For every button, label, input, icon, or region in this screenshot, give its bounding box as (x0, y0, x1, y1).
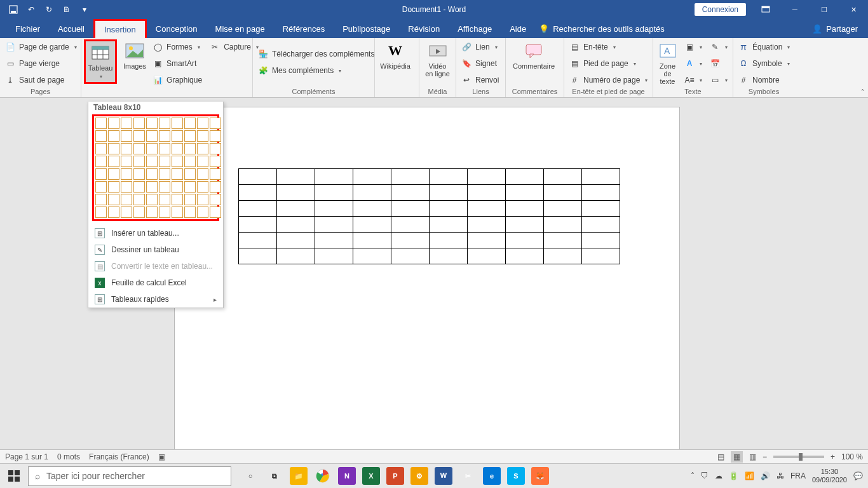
grid-cell[interactable] (197, 143, 208, 154)
volume-icon[interactable]: 🔊 (761, 471, 770, 480)
grid-cell[interactable] (197, 130, 208, 142)
skype-icon[interactable]: S (507, 467, 525, 485)
grid-cell[interactable] (146, 130, 158, 142)
ribbon-display-icon[interactable] (751, 0, 780, 19)
grid-cell[interactable] (146, 194, 158, 205)
grid-cell[interactable] (184, 181, 196, 193)
grid-cell[interactable] (133, 207, 145, 218)
quickparts-button[interactable]: ▣▾ (682, 39, 705, 55)
grid-cell[interactable] (121, 194, 132, 205)
tab-mise-en-page[interactable]: Mise en page (207, 19, 274, 38)
grid-cell[interactable] (172, 130, 183, 142)
close-button[interactable]: ✕ (839, 0, 868, 19)
grid-cell[interactable] (146, 143, 158, 154)
tableaux-rapides-item[interactable]: ⊞Tableaux rapides▸ (88, 291, 223, 308)
grid-cell[interactable] (172, 118, 183, 129)
grid-cell[interactable] (210, 156, 221, 167)
grid-cell[interactable] (133, 194, 145, 205)
grid-cell[interactable] (159, 181, 170, 193)
grid-cell[interactable] (172, 168, 183, 180)
grid-cell[interactable] (159, 207, 170, 218)
grid-cell[interactable] (108, 143, 119, 154)
grid-cell[interactable] (146, 156, 158, 167)
grid-cell[interactable] (159, 156, 170, 167)
mes-complements-button[interactable]: 🧩Mes compléments▾ (255, 63, 377, 78)
grid-cell[interactable] (133, 118, 145, 129)
grid-cell[interactable] (210, 181, 221, 193)
grid-cell[interactable] (133, 156, 145, 167)
grid-cell[interactable] (146, 181, 158, 193)
grid-cell[interactable] (184, 194, 196, 205)
symbole-button[interactable]: ΩSymbole▾ (736, 56, 792, 71)
grid-cell[interactable] (197, 207, 208, 218)
grid-cell[interactable] (95, 207, 107, 218)
word-icon[interactable]: W (435, 467, 452, 485)
wikipedia-button[interactable]: W Wikipédia (377, 39, 413, 71)
grid-cell[interactable] (133, 130, 145, 142)
nombre-button[interactable]: #Nombre (736, 72, 792, 88)
grid-cell[interactable] (172, 207, 183, 218)
minimize-button[interactable]: ─ (780, 0, 810, 19)
signet-button[interactable]: 🔖Signet (459, 56, 501, 71)
settings-icon[interactable]: ⚙ (410, 467, 428, 485)
powerpoint-icon[interactable]: P (386, 467, 404, 485)
grid-cell[interactable] (210, 194, 221, 205)
grid-cell[interactable] (184, 143, 196, 154)
grid-cell[interactable] (210, 143, 221, 154)
redo-icon[interactable]: ↻ (41, 1, 57, 18)
grid-cell[interactable] (184, 207, 196, 218)
grid-cell[interactable] (197, 118, 208, 129)
grid-cell[interactable] (121, 143, 132, 154)
tab-accueil[interactable]: Accueil (49, 19, 93, 38)
notifications-icon[interactable]: 💬 (853, 471, 863, 480)
grid-cell[interactable] (108, 156, 119, 167)
language[interactable]: Français (France) (89, 452, 149, 461)
wifi-icon[interactable]: 📶 (745, 471, 754, 480)
grid-cell[interactable] (95, 143, 107, 154)
grid-cell[interactable] (95, 156, 107, 167)
sync-icon[interactable]: 🖧 (776, 471, 784, 480)
security-icon[interactable]: ⛉ (701, 471, 709, 480)
snip-icon[interactable]: ✂ (459, 467, 477, 485)
zoom-in-button[interactable]: + (831, 452, 835, 461)
tableau-button[interactable]: Tableau▾ (84, 39, 117, 84)
telecharger-complements-button[interactable]: 🏪Télécharger des compléments (255, 46, 377, 62)
grid-cell[interactable] (172, 156, 183, 167)
taskview-icon[interactable]: ⧉ (266, 467, 283, 485)
page[interactable] (174, 107, 680, 449)
firefox-icon[interactable]: 🦊 (531, 467, 549, 485)
pied-page-button[interactable]: ▤Pied de page▾ (567, 56, 650, 71)
tell-me[interactable]: 💡Rechercher des outils adaptés (539, 19, 665, 38)
grid-cell[interactable] (159, 143, 170, 154)
grid-cell[interactable] (133, 181, 145, 193)
battery-icon[interactable]: 🔋 (729, 471, 738, 480)
grid-cell[interactable] (159, 168, 170, 180)
graphique-button[interactable]: 📊Graphique (150, 72, 205, 88)
macro-icon[interactable]: ▣ (158, 452, 165, 461)
grid-cell[interactable] (197, 168, 208, 180)
grid-cell[interactable] (172, 181, 183, 193)
grid-cell[interactable] (210, 168, 221, 180)
grid-cell[interactable] (95, 181, 107, 193)
tab-publipostage[interactable]: Publipostage (334, 19, 399, 38)
zone-texte-button[interactable]: A Zone de texte (656, 39, 679, 86)
grid-cell[interactable] (146, 168, 158, 180)
save-icon[interactable] (5, 1, 22, 18)
onenote-icon[interactable]: N (338, 467, 356, 485)
grid-cell[interactable] (133, 143, 145, 154)
zoom-slider[interactable] (773, 456, 824, 458)
grid-cell[interactable] (197, 181, 208, 193)
inserer-tableau-item[interactable]: ⊞Insérer un tableau... (88, 225, 223, 241)
grid-cell[interactable] (159, 130, 170, 142)
start-button[interactable] (0, 464, 28, 489)
signin-button[interactable]: Connexion (695, 3, 746, 16)
video-en-ligne-button[interactable]: Vidéo en ligne (422, 39, 453, 79)
grid-cell[interactable] (95, 130, 107, 142)
page-vierge-button[interactable]: ▭Page vierge (3, 56, 79, 71)
grid-cell[interactable] (184, 130, 196, 142)
grid-cell[interactable] (133, 168, 145, 180)
grid-cell[interactable] (159, 194, 170, 205)
qat-more-icon[interactable]: ▾ (76, 1, 93, 18)
grid-cell[interactable] (108, 194, 119, 205)
grid-cell[interactable] (121, 181, 132, 193)
